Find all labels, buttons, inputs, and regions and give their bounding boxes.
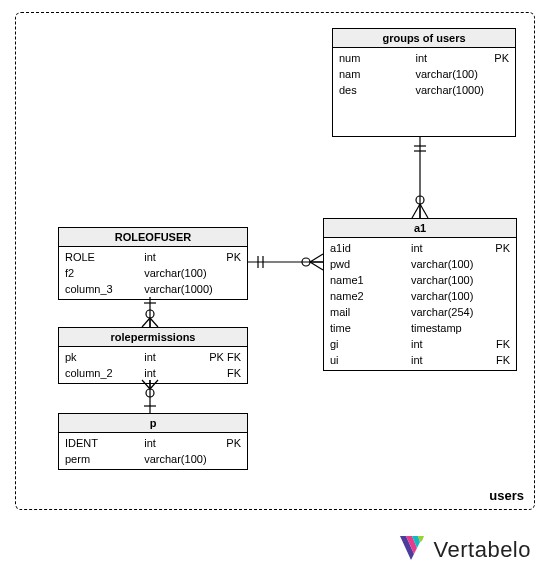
col-type: varchar(100) [144,452,217,466]
col-key: PK [217,436,241,450]
col-name: IDENT [65,436,144,450]
col-key [485,67,509,81]
table-row: column_2 int FK [59,365,247,381]
col-name: perm [65,452,144,466]
col-type: varchar(100) [411,273,486,287]
brand-logo-icon [400,536,428,564]
col-name: column_2 [65,366,144,380]
col-name: a1id [330,241,411,255]
col-name: time [330,321,411,335]
entity-a1[interactable]: a1 a1id int PK pwd varchar(100) name1 va… [323,218,517,371]
col-name: pk [65,350,144,364]
col-key [217,266,241,280]
entity-groups[interactable]: groups of users num int PK nam varchar(1… [332,28,516,137]
col-key [217,282,241,296]
col-type: int [416,51,486,65]
col-name: ui [330,353,411,367]
col-name: mail [330,305,411,319]
col-key [217,452,241,466]
table-row: f2 varchar(100) [59,265,247,281]
col-type: int [411,337,486,351]
table-row: num int PK [333,50,515,66]
entity-body: num int PK nam varchar(100) des varchar(… [333,48,515,136]
col-type: varchar(100) [416,67,486,81]
entity-body: IDENT int PK perm varchar(100) [59,433,247,469]
col-name: des [339,83,416,97]
col-type: int [144,366,201,380]
col-type: int [144,436,217,450]
entity-roleofuser[interactable]: ROLEOFUSER ROLE int PK f2 varchar(100) c… [58,227,248,300]
col-name: column_3 [65,282,144,296]
entity-rolepermissions[interactable]: rolepermissions pk int PK FK column_2 in… [58,327,248,384]
table-row: pk int PK FK [59,349,247,365]
entity-body: pk int PK FK column_2 int FK [59,347,247,383]
col-type: varchar(100) [411,257,486,271]
entity-title: ROLEOFUSER [59,228,247,247]
col-key: FK [486,337,510,351]
table-row: perm varchar(100) [59,451,247,467]
col-type: int [411,241,486,255]
col-type: varchar(254) [411,305,486,319]
table-row: ui int FK [324,352,516,368]
col-key [486,273,510,287]
table-row: name1 varchar(100) [324,272,516,288]
col-key: PK [485,51,509,65]
table-row: a1id int PK [324,240,516,256]
col-name: ROLE [65,250,144,264]
entity-title: p [59,414,247,433]
col-name: pwd [330,257,411,271]
col-name: f2 [65,266,144,280]
col-name: name1 [330,273,411,287]
col-key [486,321,510,335]
col-key [485,83,509,97]
entity-body: a1id int PK pwd varchar(100) name1 varch… [324,238,516,370]
table-row: mail varchar(254) [324,304,516,320]
table-row: time timestamp [324,320,516,336]
col-type: varchar(1000) [144,282,217,296]
brand: Vertabelo [400,536,531,564]
table-row: gi int FK [324,336,516,352]
col-key [486,289,510,303]
entity-body: ROLE int PK f2 varchar(100) column_3 var… [59,247,247,299]
col-key: FK [201,366,241,380]
table-row: des varchar(1000) [333,82,515,98]
table-row: nam varchar(100) [333,66,515,82]
table-row: IDENT int PK [59,435,247,451]
col-type: varchar(100) [411,289,486,303]
col-type: int [144,350,201,364]
table-row: ROLE int PK [59,249,247,265]
brand-text: Vertabelo [434,537,531,563]
entity-p[interactable]: p IDENT int PK perm varchar(100) [58,413,248,470]
table-row: pwd varchar(100) [324,256,516,272]
col-key: FK [486,353,510,367]
col-type: varchar(100) [144,266,217,280]
col-name: name2 [330,289,411,303]
col-type: timestamp [411,321,486,335]
col-key: PK [486,241,510,255]
col-name: gi [330,337,411,351]
col-name: nam [339,67,416,81]
col-key: PK FK [201,350,241,364]
col-type: varchar(1000) [416,83,486,97]
col-key: PK [217,250,241,264]
table-row: name2 varchar(100) [324,288,516,304]
area-label: users [489,488,524,503]
col-name: num [339,51,416,65]
entity-title: rolepermissions [59,328,247,347]
col-type: int [411,353,486,367]
col-key [486,305,510,319]
entity-title: a1 [324,219,516,238]
entity-title: groups of users [333,29,515,48]
col-key [486,257,510,271]
col-type: int [144,250,217,264]
table-row: column_3 varchar(1000) [59,281,247,297]
